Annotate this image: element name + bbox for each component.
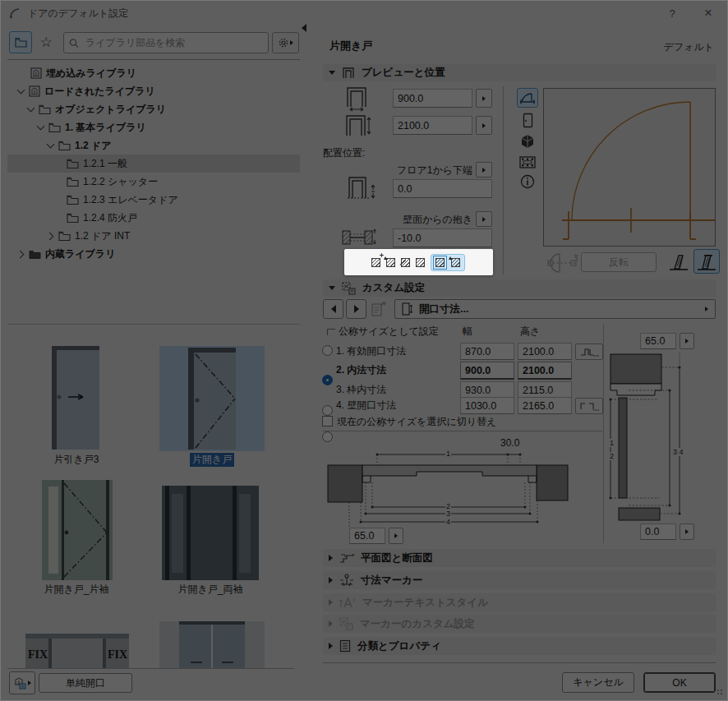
chevron-down-icon[interactable] (37, 124, 44, 131)
folder-view-button[interactable] (9, 31, 32, 53)
close-button[interactable]: × (699, 5, 717, 21)
tree-item-shutter[interactable]: 1.2.2 シャッター (7, 173, 300, 191)
sill-height-field[interactable]: 0.0 (393, 179, 492, 198)
tree-item-general-selected[interactable]: 1.2.1 一般 (7, 154, 300, 173)
tree-item-builtin-library[interactable]: 内蔵ライブラリ (7, 245, 300, 263)
thumbnail-hinged-door-selected[interactable] (159, 346, 265, 451)
reveal-depth-field[interactable]: -10.0 (393, 228, 492, 247)
help-button[interactable]: ? (663, 5, 681, 21)
collapse-arrow-icon[interactable] (329, 555, 333, 561)
size-row-3-width-field[interactable]: 930.0 (460, 381, 514, 399)
resize-grip[interactable] (717, 693, 719, 694)
value: 870.0 (465, 346, 491, 357)
threshold-option-2-button[interactable] (693, 249, 720, 274)
preview-movie-button[interactable] (517, 152, 538, 172)
favorites-button[interactable]: ☆ (35, 32, 57, 53)
size-row-4-options-button[interactable] (575, 398, 603, 414)
height-flyout-button[interactable] (476, 116, 492, 135)
section-top-flyout-button[interactable] (680, 333, 694, 349)
next-page-button[interactable] (346, 299, 366, 319)
preview-plan-view-button[interactable] (517, 88, 538, 108)
flip-button[interactable]: 反転 (581, 252, 657, 272)
custom-page-picker[interactable]: 開口寸法... (394, 299, 716, 319)
panel-collapse-icon[interactable] (302, 24, 306, 32)
thumbnail-label[interactable]: 片引き戸3 (27, 453, 126, 467)
cancel-button[interactable]: キャンセル (562, 672, 634, 693)
section-classification-properties[interactable]: 分類とプロパティ (323, 637, 716, 655)
size-row-3-radio[interactable] (322, 405, 333, 416)
section-dimension-marker[interactable]: 寸法マーカー (323, 571, 716, 589)
collapse-arrow-icon[interactable] (329, 286, 335, 290)
library-settings-button[interactable] (272, 32, 299, 53)
threshold-option-1-button[interactable] (666, 250, 691, 274)
chevron-down-icon[interactable] (47, 142, 54, 150)
tree-item-basic-library[interactable]: 1. 基本ライブラリ (7, 118, 300, 136)
size-row-1-width-field[interactable]: 870.0 (460, 343, 514, 360)
width-flyout-button[interactable] (476, 89, 492, 108)
sill-anchor-option-3-icon[interactable] (401, 258, 410, 267)
preview-3d-button[interactable] (517, 131, 538, 151)
tree-item-embedded-library[interactable]: 埋め込みライブラリ (7, 64, 300, 82)
plan-bottom-flyout-button[interactable] (389, 528, 403, 544)
section-bottom-flyout-button[interactable] (680, 523, 694, 540)
sill-anchor-option-2-icon[interactable] (386, 258, 395, 267)
thumbnail-fix-door[interactable]: FIX FIX (25, 634, 129, 668)
section-top-field[interactable]: 65.0 (640, 333, 676, 349)
switch-nominal-checkbox[interactable] (322, 416, 333, 427)
tree-item-object-library[interactable]: オブジェクトライブラリ (7, 100, 300, 118)
section-bottom-field[interactable]: 0.0 (640, 523, 676, 540)
library-manager-button[interactable] (9, 671, 35, 694)
size-row-3-height-field[interactable]: 2115.0 (518, 381, 572, 399)
size-row-1-options-button[interactable] (575, 344, 603, 360)
chevron-down-icon[interactable] (17, 88, 25, 95)
thumbnail-text: 片引き戸3 (54, 454, 99, 465)
size-row-2-radio[interactable] (322, 375, 333, 385)
size-row-1-radio[interactable] (322, 345, 333, 356)
size-row-4-width-field[interactable]: 1030.0 (460, 397, 514, 414)
size-row-1-height-field[interactable]: 2100.0 (518, 343, 572, 360)
preview-canvas[interactable] (543, 88, 716, 247)
door-width-field[interactable]: 900.0 (393, 89, 472, 108)
preview-elevation-button[interactable] (517, 110, 538, 130)
collapse-arrow-icon[interactable] (329, 643, 333, 649)
thumbnail-label[interactable]: 片開き戸_両袖 (162, 583, 259, 597)
anchor-story-flyout-button[interactable] (476, 162, 492, 178)
section-preview-position[interactable]: プレビューと位置 (323, 64, 716, 81)
tree-item-doors[interactable]: 1.2 ドア (7, 136, 300, 154)
size-row-4-height-field[interactable]: 2165.0 (518, 397, 572, 414)
search-input[interactable] (84, 36, 263, 49)
thumbnail-label[interactable]: 片開き戸 (159, 453, 265, 467)
plan-bottom-field[interactable]: 65.0 (349, 528, 385, 544)
section-custom-settings[interactable]: カスタム設定 (323, 279, 716, 297)
door-height-field[interactable]: 2100.0 (393, 116, 472, 135)
tree-item-doors-int[interactable]: 1.2 ドア INT (7, 227, 300, 245)
tree-item-fire-door[interactable]: 1.2.4 防火戸 (7, 209, 300, 227)
simple-opening-button[interactable]: 単純開口 (39, 673, 132, 693)
section-plan-and-section[interactable]: 平面図と断面図 (323, 549, 716, 567)
collapse-arrow-icon[interactable] (329, 577, 333, 583)
thumbnail-sliding-door[interactable] (52, 346, 99, 450)
collapse-arrow-icon[interactable] (329, 71, 335, 75)
search-box[interactable] (63, 32, 269, 53)
sill-anchor-option-5-icon[interactable] (435, 258, 445, 267)
chevron-down-icon[interactable] (27, 106, 35, 113)
sill-anchor-option-4-icon[interactable] (416, 258, 425, 267)
size-row-2-width-field[interactable]: 900.0 (460, 362, 514, 380)
reveal-flyout-button[interactable] (476, 211, 492, 227)
prev-page-button[interactable] (323, 299, 343, 319)
folder-icon (58, 141, 71, 150)
tree-item-elevator-door[interactable]: 1.2.3 エレベータドア (7, 191, 300, 209)
ok-button[interactable]: OK (643, 672, 716, 693)
sill-anchor-option-6-icon[interactable] (451, 258, 460, 267)
thumbnail-label[interactable]: 片開き戸_片袖 (27, 583, 126, 597)
tree-item-loaded-libraries[interactable]: ロードされたライブラリ (7, 82, 300, 100)
sill-anchor-option-1-icon[interactable] (371, 258, 380, 267)
transfer-settings-icon[interactable] (371, 301, 387, 320)
chevron-right-icon[interactable] (17, 251, 25, 258)
thumbnail-door-sidelight[interactable] (42, 480, 113, 580)
chevron-right-icon[interactable] (47, 233, 54, 240)
thumbnail-door-two-sidelights[interactable] (162, 486, 259, 580)
thumbnail-double-door[interactable] (159, 621, 265, 668)
size-row-2-height-field[interactable]: 2100.0 (518, 362, 572, 380)
preview-info-button[interactable] (517, 172, 538, 191)
